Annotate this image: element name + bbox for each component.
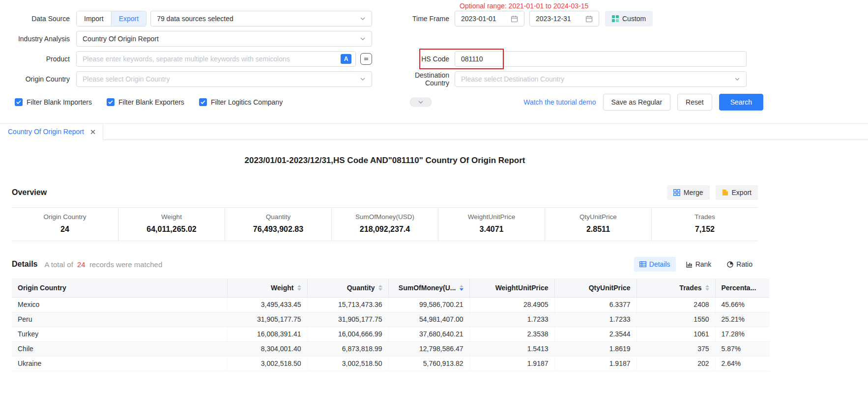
stat-origin-country: Origin Country 24	[12, 208, 118, 241]
col-sum-of-money[interactable]: SumOfMoney(U...	[388, 278, 469, 297]
import-button[interactable]: Import	[77, 11, 111, 26]
hs-code-input-box	[455, 51, 747, 67]
stat-qty-unit-price: QtyUnitPrice 2.8511	[545, 208, 652, 241]
date-end-input[interactable]: 2023-12-31	[529, 11, 599, 27]
stat-quantity: Quantity 76,493,902.83	[225, 208, 332, 241]
destination-country-label: Destination Country	[397, 71, 455, 87]
hs-code-label: HS Code	[397, 55, 455, 63]
report-content: 2023/01/01-2023/12/31,HS Code AND"081110…	[0, 156, 770, 371]
pie-icon	[727, 261, 733, 268]
details-title: Details	[12, 260, 37, 269]
reset-button[interactable]: Reset	[677, 94, 712, 111]
chevron-down-icon	[734, 76, 740, 82]
stat-weight: Weight 64,011,265.02	[118, 208, 225, 241]
time-frame-label: Time Frame	[397, 15, 455, 23]
sort-icon[interactable]	[705, 285, 709, 291]
stat-weight-unit-price: WeightUnitPrice 3.4071	[438, 208, 545, 241]
checkbox-checked-icon	[15, 98, 23, 106]
match-summary: A total of 24 records were matched	[44, 260, 162, 269]
view-ratio-button[interactable]: Ratio	[722, 257, 758, 272]
hs-code-field: HS Code	[397, 51, 747, 67]
filter-blank-exporters-checkbox[interactable]: Filter Blank Exporters	[107, 98, 184, 106]
destination-country-placeholder: Please select Destination Country	[461, 75, 564, 83]
custom-icon	[612, 15, 619, 22]
industry-analysis-value: Country Of Origin Report	[83, 35, 159, 43]
data-source-select[interactable]: 79 data sources selected	[150, 11, 372, 27]
destination-country-select[interactable]: Please select Destination Country	[455, 71, 747, 87]
origin-country-placeholder: Please select Origin Country	[83, 75, 170, 83]
details-table: Origin Country Weight Quantity SumOfMone…	[12, 278, 770, 371]
view-rank-button[interactable]: Rank	[681, 257, 717, 272]
industry-analysis-label: Industry Analysis	[0, 35, 76, 43]
col-percentage: Percenta...	[715, 278, 770, 297]
origin-country-select[interactable]: Please select Origin Country	[76, 71, 372, 87]
export-button[interactable]: Export	[111, 11, 146, 26]
chevron-down-icon	[418, 99, 424, 105]
report-title: 2023/01/01-2023/12/31,HS Code AND"081110…	[12, 156, 758, 166]
origin-country-label: Origin Country	[0, 75, 76, 83]
merge-button[interactable]: Merge	[667, 185, 710, 200]
table-header-row: Origin Country Weight Quantity SumOfMone…	[12, 278, 770, 297]
report-tab-bar: Country Of Origin Report ✕	[0, 123, 868, 140]
hs-code-input[interactable]	[455, 52, 742, 66]
data-source-value: 79 data sources selected	[157, 15, 233, 23]
col-qty-unit-price: QtyUnitPrice	[554, 278, 637, 297]
col-quantity[interactable]: Quantity	[307, 278, 388, 297]
table-row[interactable]: Ukraine 3,002,518.50 3,002,518.50 5,760,…	[12, 356, 770, 371]
col-trades[interactable]: Trades	[637, 278, 715, 297]
product-label: Product	[0, 55, 76, 63]
stat-trades: Trades 7,152	[652, 208, 758, 241]
product-input-box: A	[76, 51, 356, 67]
col-weight[interactable]: Weight	[227, 278, 307, 297]
checkbox-checked-icon	[107, 98, 115, 106]
expand-filters-toggle[interactable]	[409, 97, 432, 107]
product-input[interactable]	[77, 52, 341, 66]
date-start-input[interactable]: 2023-01-01	[455, 11, 524, 27]
calendar-icon	[511, 15, 518, 23]
close-icon[interactable]: ✕	[90, 128, 96, 136]
export-icon	[722, 189, 728, 196]
optional-range-row: Optional range: 2021-01-01 to 2024-03-15	[0, 2, 868, 11]
tab-label: Country Of Origin Report	[8, 128, 84, 136]
stat-sum-of-money: SumOfMoney(USD) 218,092,237.4	[332, 208, 438, 241]
chevron-down-icon	[360, 36, 366, 42]
merge-icon	[673, 189, 680, 196]
calendar-icon	[585, 15, 593, 23]
search-button[interactable]: Search	[719, 94, 763, 111]
save-as-regular-button[interactable]: Save as Regular	[603, 94, 671, 111]
col-origin-country: Origin Country	[12, 278, 227, 297]
rank-icon	[686, 261, 693, 268]
checkbox-checked-icon	[199, 98, 207, 106]
table-icon	[639, 261, 646, 267]
import-export-toggle: Import Export	[76, 11, 146, 27]
match-count: 24	[77, 260, 86, 269]
view-details-button[interactable]: Details	[634, 257, 676, 272]
table-row[interactable]: Turkey 16,008,391.41 16,004,666.99 37,68…	[12, 327, 770, 341]
sort-icon[interactable]	[378, 285, 382, 291]
exact-match-icon[interactable]	[360, 53, 372, 65]
filter-panel: Optional range: 2021-01-01 to 2024-03-15…	[0, 0, 868, 111]
tab-country-of-origin-report[interactable]: Country Of Origin Report ✕	[0, 124, 103, 140]
filter-logitics-company-checkbox[interactable]: Filter Logitics Company	[199, 98, 283, 106]
data-source-label: Data Source	[0, 15, 76, 23]
overview-title: Overview	[12, 188, 47, 197]
custom-range-button[interactable]: Custom	[605, 11, 653, 27]
translate-icon[interactable]: A	[341, 54, 351, 64]
tutorial-demo-link[interactable]: Watch the tutorial demo	[523, 98, 596, 106]
optional-range-text: Optional range: 2021-01-01 to 2024-03-15	[460, 2, 588, 10]
overview-stats: Origin Country 24 Weight 64,011,265.02 Q…	[12, 207, 758, 241]
industry-analysis-select[interactable]: Country Of Origin Report	[76, 31, 372, 47]
sort-icon[interactable]	[297, 285, 301, 291]
table-row[interactable]: Mexico 3,495,433.45 15,713,473.36 99,586…	[12, 297, 770, 312]
col-weight-unit-price: WeightUnitPrice	[469, 278, 554, 297]
sort-icon[interactable]	[460, 285, 463, 291]
table-row[interactable]: Peru 31,905,177.75 31,905,177.75 54,981,…	[12, 312, 770, 327]
export-button[interactable]: Export	[716, 185, 758, 200]
filter-blank-importers-checkbox[interactable]: Filter Blank Importers	[15, 98, 92, 106]
chevron-down-icon	[360, 76, 366, 82]
table-row[interactable]: Chile 8,304,001.40 6,873,818.99 12,798,5…	[12, 341, 770, 356]
chevron-down-icon	[360, 16, 366, 22]
